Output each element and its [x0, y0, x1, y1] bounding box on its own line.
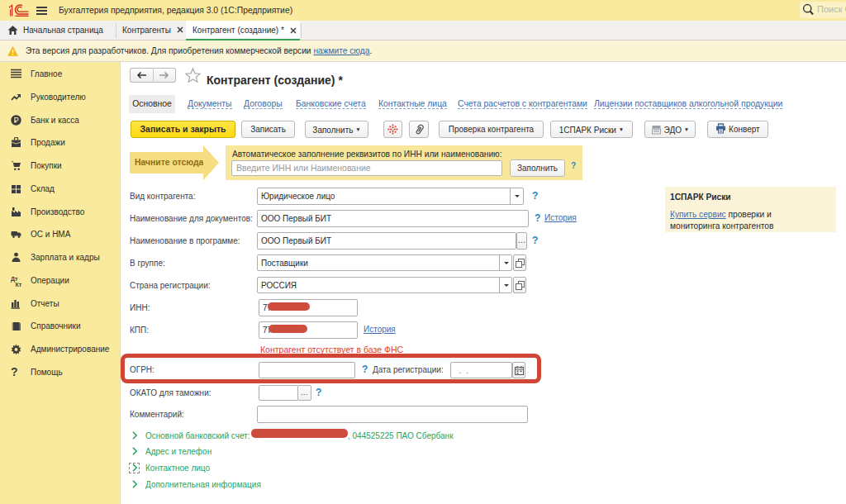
svg-text:Кт: Кт — [16, 282, 22, 287]
